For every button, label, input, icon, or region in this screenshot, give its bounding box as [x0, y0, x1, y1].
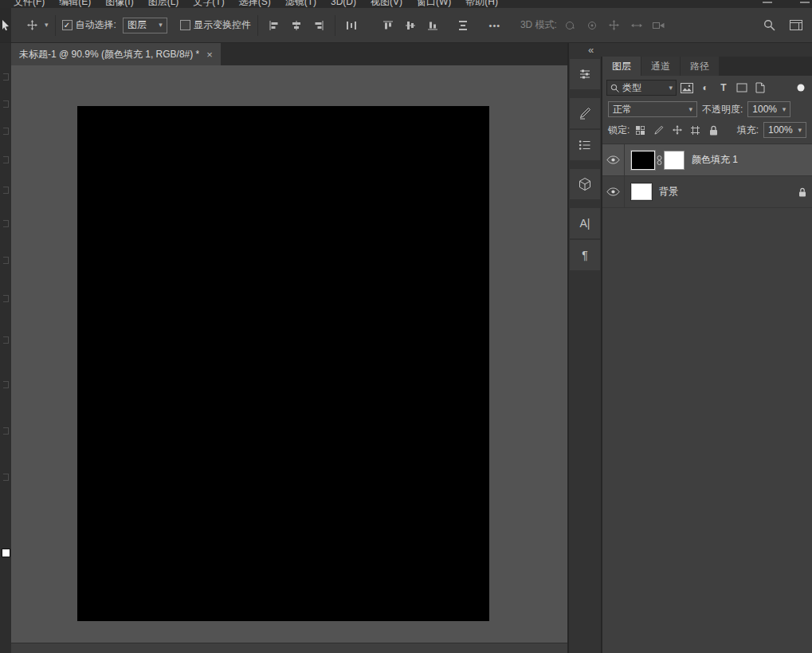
- lock-position-icon[interactable]: [669, 123, 685, 137]
- properties-panel-icon[interactable]: [570, 59, 600, 89]
- mask-link-icon[interactable]: [657, 155, 662, 166]
- search-icon[interactable]: [759, 17, 779, 34]
- options-bar: ▾ ✓ 自动选择: 图层 ▾ 显示变换控件: [0, 8, 812, 43]
- blend-mode-dropdown[interactable]: 正常 ▾: [608, 101, 697, 117]
- tool-icon-partial[interactable]: [3, 474, 9, 481]
- collapse-panels-icon[interactable]: «: [588, 45, 594, 55]
- paragraph-panel-icon[interactable]: ¶: [570, 240, 600, 270]
- 3d-panel-icon[interactable]: [570, 169, 600, 199]
- 3d-roll-icon: [583, 17, 602, 34]
- document-status-strip: [11, 643, 567, 653]
- move-tool-icon: [22, 17, 41, 34]
- document-canvas[interactable]: [77, 106, 489, 621]
- filter-smart-objects-icon[interactable]: [752, 81, 768, 96]
- chevron-down-icon: ▾: [45, 22, 49, 29]
- tool-preset-picker[interactable]: ▾: [22, 17, 49, 34]
- workspace-switcher-icon[interactable]: [787, 17, 806, 34]
- tool-icon-partial[interactable]: [3, 295, 9, 302]
- menu-help[interactable]: 帮助(H): [458, 0, 505, 8]
- clone-source-panel-icon[interactable]: [570, 130, 600, 160]
- 3d-mode-label: 3D 模式:: [520, 18, 557, 32]
- lock-row: 锁定: 填充: 100% ▾: [602, 120, 812, 144]
- align-top-edges-icon[interactable]: [379, 17, 398, 34]
- search-icon: [610, 84, 619, 92]
- align-right-edges-icon[interactable]: [309, 17, 328, 34]
- menu-view[interactable]: 视图(V): [363, 0, 410, 8]
- layer-visibility-eye-icon[interactable]: [602, 144, 625, 175]
- menu-select[interactable]: 选择(S): [232, 0, 278, 8]
- lock-transparent-pixels-icon[interactable]: [633, 123, 648, 137]
- more-options-button[interactable]: •••: [485, 17, 504, 34]
- show-transform-label: 显示变换控件: [194, 18, 251, 32]
- active-tool-well[interactable]: [0, 8, 11, 42]
- layer-row-color-fill[interactable]: 颜色填充 1: [602, 144, 812, 176]
- window-control[interactable]: [763, 2, 772, 3]
- align-horizontal-centers-icon[interactable]: [287, 17, 306, 34]
- filter-type-layers-icon[interactable]: T: [716, 81, 732, 96]
- 3d-camera-icon: [649, 17, 669, 34]
- layer-name[interactable]: 颜色填充 1: [692, 153, 738, 167]
- layer-name[interactable]: 背景: [659, 185, 678, 199]
- menu-layer[interactable]: 图层(L): [141, 0, 186, 8]
- tool-icon-partial[interactable]: [3, 220, 9, 227]
- document-tab[interactable]: 未标题-1 @ 90.9% (颜色填充 1, RGB/8#) * ×: [11, 43, 221, 65]
- move-tool-cursor-icon: [2, 20, 10, 31]
- chevron-down-icon: ▾: [798, 127, 802, 134]
- align-bottom-edges-icon[interactable]: [423, 17, 442, 34]
- menu-type[interactable]: 文字(T): [186, 0, 231, 8]
- layer-visibility-eye-icon[interactable]: [602, 176, 625, 207]
- distribute-vertical-icon[interactable]: [453, 17, 473, 34]
- show-transform-checkbox[interactable]: [180, 20, 190, 30]
- 3d-slide-icon: [627, 17, 646, 34]
- fill-layer-thumbnail[interactable]: [631, 151, 655, 170]
- opacity-value-dropdown[interactable]: 100% ▾: [747, 101, 790, 117]
- lock-all-icon[interactable]: [706, 123, 721, 137]
- tool-icon-partial[interactable]: [3, 187, 9, 194]
- tool-icon-partial[interactable]: [3, 427, 9, 435]
- lock-artboard-icon[interactable]: [688, 123, 703, 137]
- align-vertical-centers-icon[interactable]: [401, 17, 420, 34]
- lock-image-pixels-icon[interactable]: [651, 123, 666, 137]
- tool-icon-partial[interactable]: [3, 100, 9, 108]
- filter-adjustment-layers-icon[interactable]: ◐: [697, 81, 713, 96]
- divider: [55, 15, 56, 36]
- filter-type-dropdown[interactable]: 类型 ▾: [606, 80, 677, 96]
- tool-icon-partial[interactable]: [3, 73, 9, 81]
- tab-layers[interactable]: 图层: [602, 57, 641, 76]
- layer-row-background[interactable]: 背景: [602, 176, 812, 208]
- lock-label: 锁定:: [608, 124, 630, 137]
- blend-row: 正常 ▾ 不透明度: 100% ▾: [602, 99, 812, 120]
- auto-select-checkbox[interactable]: ✓: [62, 20, 73, 30]
- menu-window[interactable]: 窗口(W): [410, 0, 458, 8]
- tool-icon-partial[interactable]: [3, 128, 9, 135]
- tool-icon-partial[interactable]: [3, 336, 9, 344]
- tab-channels[interactable]: 通道: [641, 57, 680, 76]
- layers-panel-tabs: 图层 通道 路径: [602, 57, 812, 76]
- distribute-horizontal-icon[interactable]: [342, 17, 361, 34]
- background-lock-icon[interactable]: [798, 187, 806, 197]
- tab-paths[interactable]: 路径: [681, 57, 719, 76]
- tool-icon-partial[interactable]: [3, 156, 9, 163]
- filter-shape-layers-icon[interactable]: [734, 81, 750, 96]
- menu-file[interactable]: 文件(F): [6, 0, 52, 8]
- tool-icon-partial[interactable]: [3, 257, 9, 264]
- background-layer-thumbnail[interactable]: [631, 183, 652, 200]
- fill-value-dropdown[interactable]: 100% ▾: [763, 122, 806, 138]
- menu-filter[interactable]: 滤镜(T): [278, 0, 324, 8]
- menu-edit[interactable]: 编辑(E): [52, 0, 98, 8]
- close-icon[interactable]: ×: [206, 49, 213, 60]
- layers-panel: 图层 通道 路径 类型 ▾ ◐ T: [602, 57, 812, 653]
- chevron-down-icon: ▾: [783, 106, 787, 113]
- filter-pixel-layers-icon[interactable]: [679, 81, 695, 96]
- tool-icon-partial[interactable]: [3, 381, 9, 388]
- layer-mask-thumbnail[interactable]: [664, 151, 685, 170]
- brush-settings-panel-icon[interactable]: [570, 98, 600, 128]
- filter-switch-icon[interactable]: [794, 83, 808, 92]
- auto-select-target-dropdown[interactable]: 图层 ▾: [123, 18, 167, 33]
- menu-image[interactable]: 图像(I): [98, 0, 140, 8]
- align-left-edges-icon[interactable]: [265, 17, 284, 34]
- foreground-color-swatch[interactable]: [2, 549, 10, 557]
- character-panel-icon[interactable]: A|: [570, 208, 600, 238]
- menu-3d[interactable]: 3D(D): [324, 0, 363, 7]
- window-control[interactable]: [800, 2, 810, 3]
